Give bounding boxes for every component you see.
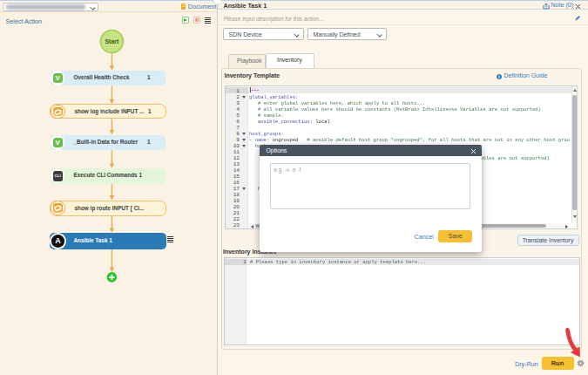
svg-text:Start: Start (105, 38, 119, 44)
